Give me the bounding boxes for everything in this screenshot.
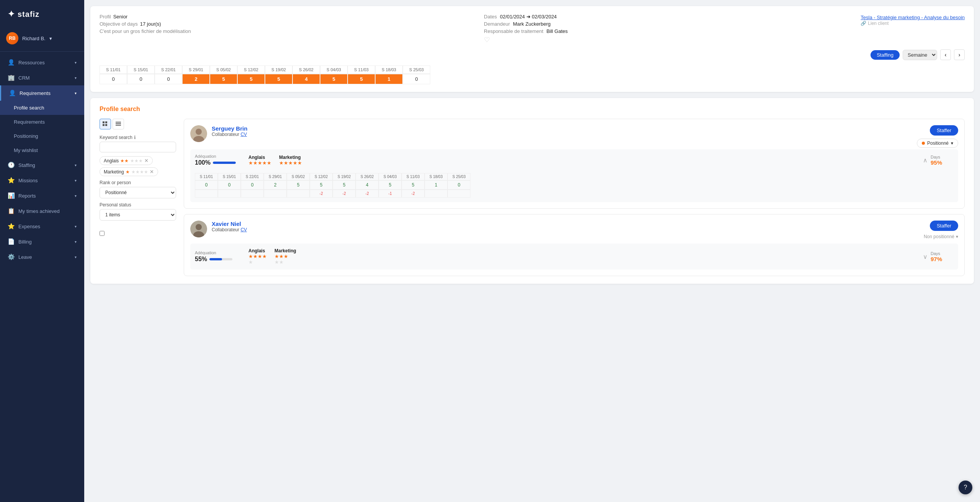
week-col: S 12/02 [237, 65, 265, 74]
week-col: S 29/01 [182, 65, 210, 74]
skills-marketing-serguey: Marketing ★★★★★ [279, 155, 302, 166]
description-text: C'est pour un gros fichier de modélisati… [100, 28, 191, 34]
list-view-button[interactable] [113, 119, 124, 129]
sidebar-item-profile-search[interactable]: Profile search [0, 101, 84, 115]
chevron-down-icon: ▾ [75, 163, 77, 167]
sidebar-item-my-wishlist[interactable]: My wishlist [0, 143, 84, 157]
action-col-serguey: Staffer Positionné ▾ [912, 125, 958, 148]
sidebar-item-crm[interactable]: 🏢 CRM ▾ [0, 70, 84, 85]
sidebar-item-positioning[interactable]: Positioning [0, 129, 84, 143]
svg-rect-0 [103, 121, 105, 123]
timeline-values-row: 0 0 0 2 5 5 5 4 5 5 1 0 [100, 74, 965, 84]
staffer-btn-serguey[interactable]: Staffer [930, 125, 958, 136]
cv-link-xavier[interactable]: CV [240, 227, 247, 232]
timeline-cell: 0 [403, 74, 430, 84]
grid-view-button[interactable] [100, 119, 111, 129]
week-col: S 25/03 [403, 65, 430, 74]
sidebar-item-missions[interactable]: ⭐ Missions ▾ [0, 173, 84, 188]
sidebar-item-billing[interactable]: 📄 Billing ▾ [0, 234, 84, 249]
week-col: S 04/03 [320, 65, 348, 74]
days-value-serguey: 95% [931, 159, 954, 166]
sidebar-item-requirements[interactable]: 👤 Requirements ▾ [0, 85, 84, 101]
timeline-cell: 0 [155, 74, 182, 84]
sidebar-label-positioning: Positioning [14, 133, 38, 139]
lien-client[interactable]: 🔗 Lien client [861, 21, 965, 26]
billing-icon: 📄 [8, 238, 15, 245]
personal-status-select[interactable]: 1 items [100, 209, 176, 221]
rt-cell: 5 [310, 180, 333, 190]
progress-bar-serguey [213, 162, 236, 164]
position-badge-serguey[interactable]: Positionné ▾ [917, 139, 958, 148]
timeline-grid: S 11/01 S 15/01 S 22/01 S 29/01 S 05/02 … [100, 65, 965, 84]
progress-fill [213, 162, 236, 164]
adequation-label: Adéquation [195, 154, 241, 159]
sidebar-item-my-times[interactable]: 📋 My times achieved [0, 203, 84, 219]
expand-btn-serguey[interactable]: ∧ [923, 157, 928, 164]
keyword-input[interactable] [100, 142, 176, 152]
list-icon [116, 121, 121, 127]
anglais-stars: ★★ [120, 158, 129, 164]
clock-icon: 🕐 [8, 162, 15, 168]
rt-cell: 0 [195, 180, 218, 190]
rt-week: S 05/02 [287, 173, 310, 180]
tag-anglais-row: Anglais ★★★★★ ✕ [100, 156, 176, 165]
sidebar-item-reports[interactable]: 📊 Reports ▾ [0, 188, 84, 203]
staffer-btn-xavier[interactable]: Staffer [930, 221, 958, 231]
rank-select[interactable]: Positionné [100, 187, 176, 198]
result-card-xavier: Xavier Niel Collaborateur CV Staffer Non… [184, 214, 965, 276]
requirements-icon: 👤 [9, 90, 16, 96]
sidebar-item-requirements-sub[interactable]: Requirements [0, 115, 84, 129]
next-week-button[interactable]: › [954, 49, 965, 60]
project-section: Tesla - Stratégie marketing - Analyse du… [861, 14, 965, 26]
rt-cell: 1 [425, 180, 448, 190]
semaine-select[interactable]: Semaine [903, 50, 937, 60]
sidebar-label-my-times: My times achieved [18, 208, 60, 214]
sidebar-label-expenses: Expenses [18, 224, 40, 229]
days-label-xavier: Days [931, 251, 954, 256]
result-sub-xavier: Collaborateur CV [212, 227, 247, 232]
project-link[interactable]: Tesla - Stratégie marketing - Analyse du… [861, 15, 965, 20]
non-position-xavier[interactable]: Non positionné ▾ [924, 234, 958, 239]
requirement-card: Profil Senior Objective of days 17 jour(… [90, 6, 974, 92]
sidebar-item-leave[interactable]: ⚙️ Leave ▾ [0, 249, 84, 265]
rt-week: S 25/03 [448, 173, 470, 180]
skills-xavier: Anglais ★★★★★ [248, 248, 267, 265]
adequation-block-serguey: Adéquation 100% [195, 154, 241, 166]
week-col: S 26/02 [292, 65, 320, 74]
sidebar-item-staffing[interactable]: 🕐 Staffing ▾ [0, 157, 84, 173]
dates-label: Dates [484, 14, 497, 20]
tag-anglais-label: Anglais [104, 158, 119, 164]
svg-rect-1 [105, 121, 107, 123]
week-col: S 19/02 [265, 65, 292, 74]
timeline-cell-orange: 2 [182, 74, 210, 84]
heart-icon[interactable]: ♡ [484, 36, 490, 44]
rt-week: S 29/01 [264, 173, 287, 180]
cv-link-serguey[interactable]: CV [240, 132, 247, 137]
user-profile[interactable]: RB Richard B. ▾ [0, 28, 84, 48]
rt-neg-cell [287, 190, 310, 198]
svg-point-8 [196, 129, 202, 135]
rt-week: S 11/03 [402, 173, 425, 180]
rt-week: S 11/01 [195, 173, 218, 180]
sidebar-label-requirements: Requirements [20, 90, 51, 96]
avatar-xavier [190, 221, 207, 237]
prev-week-button[interactable]: ‹ [940, 49, 951, 60]
extra-checkbox[interactable] [100, 231, 105, 236]
sidebar-item-expenses[interactable]: ⭐ Expenses ▾ [0, 219, 84, 234]
week-col: S 05/02 [210, 65, 237, 74]
staffing-button[interactable]: Staffing [871, 50, 900, 60]
expand-btn-xavier[interactable]: ∨ [923, 253, 928, 260]
sidebar-label-wishlist: My wishlist [14, 147, 38, 153]
sidebar-item-ressources[interactable]: 👤 Ressources ▾ [0, 55, 84, 70]
rt-neg-cell: -2 [402, 190, 425, 198]
svg-rect-6 [116, 125, 121, 126]
rt-cell: 5 [379, 180, 402, 190]
svg-point-11 [196, 224, 202, 230]
tag-anglais-close[interactable]: ✕ [144, 158, 149, 164]
person-avatar-icon [190, 125, 207, 142]
tag-marketing-close[interactable]: ✕ [150, 169, 154, 175]
sidebar-label-leave: Leave [18, 254, 32, 260]
help-button[interactable]: ? [959, 481, 972, 494]
rt-cell: 5 [287, 180, 310, 190]
keyword-label: Keyword search ℹ [100, 135, 176, 140]
